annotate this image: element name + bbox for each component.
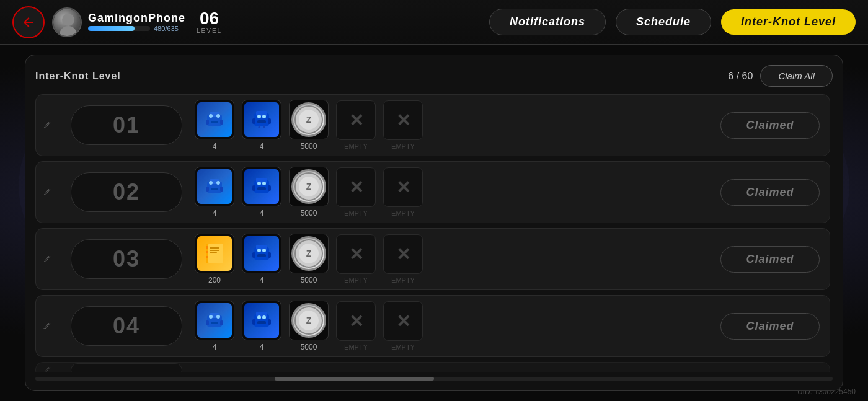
xp-fill [88,26,135,31]
notifications-button[interactable]: Notifications [489,9,606,35]
level-display-02: 02 [71,172,182,212]
svg-point-63 [257,315,261,319]
svg-rect-49 [252,252,255,258]
claimed-button-02: Claimed [720,179,820,206]
reward-icon-box [195,100,234,139]
svg-rect-50 [268,252,271,258]
svg-rect-45 [256,245,267,250]
panel-header: Inter-Knot Level 6 / 60 Claim All [35,65,833,87]
schedule-button[interactable]: Schedule [616,9,711,35]
level-row-05-partial: ⁄⁄ [35,362,830,372]
svg-rect-59 [206,320,209,325]
reward-item: 4 [195,301,234,351]
panel-header-right: 6 / 60 Claim All [728,65,833,87]
reward-icon-box-empty: ✕ [383,301,423,341]
empty-x-mark: ✕ [349,244,363,265]
reward-item: Z 5000 [289,167,329,218]
reward-icon-box-empty: ✕ [383,234,423,274]
reward-item-empty: ✕ EMPTY [336,100,376,150]
svg-point-22 [216,181,220,185]
robot2-icon [244,102,279,137]
reward-amount: 4 [260,343,264,351]
svg-point-29 [262,182,266,185]
reward-icon-box-empty: ✕ [336,301,376,341]
rewards-02: 4 [195,167,708,218]
inter-knot-button[interactable]: Inter-Knot Level [721,9,856,35]
reward-amount: 5000 [301,142,317,151]
svg-point-64 [262,315,266,319]
svg-point-46 [257,249,261,252]
svg-rect-40 [210,252,217,253]
svg-point-56 [209,315,213,319]
reward-item: 4 [242,167,281,218]
svg-rect-31 [252,185,255,191]
level-number: 06 [200,10,219,27]
svg-point-4 [209,114,213,118]
svg-rect-13 [257,120,266,123]
empty-x-mark: ✕ [349,311,363,332]
reward-icon-box: Z [289,167,329,206]
panel-title: Inter-Knot Level [35,71,121,82]
svg-point-12 [262,115,266,118]
level-row-02: ⁄⁄ 02 [35,161,830,223]
claim-all-button[interactable]: Claim All [760,65,833,87]
row-icon-02: ⁄⁄ [46,187,58,197]
reward-item-empty: ✕ EMPTY [383,167,423,217]
empty-x-mark: ✕ [396,177,410,198]
reward-icon-box [242,100,281,139]
empty-x-mark: ✕ [396,244,410,265]
rows-container[interactable]: ⁄⁄ 01 [35,94,833,372]
rewards-03: 200 [195,234,708,284]
robot1-icon [197,102,232,137]
empty-label: EMPTY [391,209,415,217]
robot2-icon [244,169,279,204]
svg-rect-60 [220,320,223,325]
empty-label: EMPTY [391,276,415,284]
empty-x-mark: ✕ [349,110,363,131]
claimed-button-03: Claimed [720,246,820,273]
reward-item-empty: ✕ EMPTY [383,234,423,284]
svg-text:Z: Z [306,315,312,325]
reward-icon-box-empty: ✕ [336,167,376,207]
coin-icon: Z [291,102,326,137]
reward-icon-box [195,167,234,206]
empty-label: EMPTY [344,343,368,351]
level-display-num-03: 03 [113,246,140,271]
level-row-03: ⁄⁄ 03 [35,228,830,290]
reward-icon-box-empty: ✕ [383,167,423,207]
svg-text:Z: Z [306,249,312,258]
robot2-icon [244,236,279,271]
level-display-num-04: 04 [113,313,140,338]
empty-label: EMPTY [344,143,368,150]
reward-item: 4 [195,100,234,151]
reward-icon-box: Z [289,234,329,273]
svg-rect-41 [206,246,208,249]
level-display-num-02: 02 [113,179,140,205]
empty-label: EMPTY [344,209,368,217]
claimed-button-01: Claimed [720,112,820,139]
xp-bar-container: 480/635 [88,25,185,32]
svg-rect-7 [206,120,209,125]
reward-amount: 4 [213,142,217,151]
reward-amount: 5000 [301,209,317,218]
svg-rect-42 [206,251,208,253]
svg-rect-39 [210,250,219,251]
reward-amount: 4 [260,276,264,284]
level-display-num-01: 01 [113,112,140,138]
empty-x-mark: ✕ [396,110,410,131]
level-row-01: ⁄⁄ 01 [35,94,830,156]
level-display-03: 03 [71,239,182,279]
svg-point-21 [209,181,213,185]
user-details: GamingonPhone 480/635 [88,12,185,32]
row-icon-01: ⁄⁄ [46,120,58,130]
svg-point-1 [60,26,77,37]
claimed-button-04: Claimed [720,313,820,340]
reward-item: 4 [242,100,281,151]
reward-item-empty: ✕ EMPTY [383,301,423,351]
level-label: LEVEL [197,27,222,34]
reward-item-empty: ✕ EMPTY [336,167,376,217]
level-display-05 [71,363,182,372]
back-button[interactable] [12,6,45,38]
empty-label: EMPTY [391,343,415,351]
reward-icon-box-empty: ✕ [336,234,376,274]
